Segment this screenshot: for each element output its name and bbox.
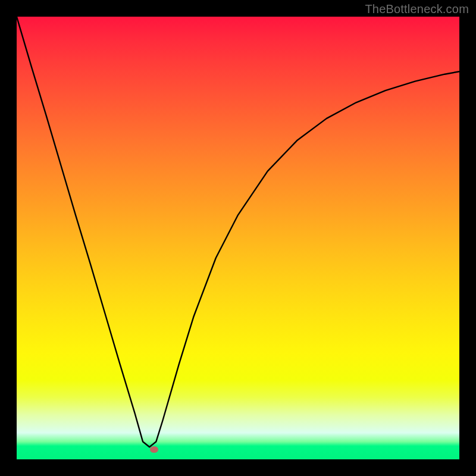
- watermark-text: TheBottleneck.com: [365, 2, 469, 16]
- chart-frame: TheBottleneck.com: [0, 0, 476, 476]
- bottleneck-curve: [17, 17, 459, 459]
- optimum-marker: [150, 446, 158, 453]
- plot-area: [17, 17, 459, 459]
